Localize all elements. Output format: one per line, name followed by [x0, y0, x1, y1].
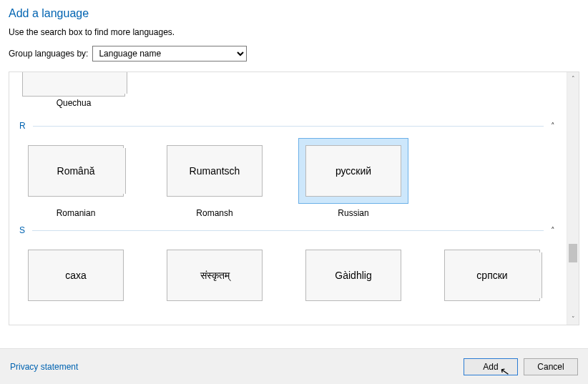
language-tile-scottish-gaelic[interactable]: Gàidhlig: [298, 242, 408, 308]
group-by-select[interactable]: Language name: [92, 46, 247, 61]
collapse-icon[interactable]: ˄: [548, 226, 562, 235]
tile-caption: Romansh: [160, 208, 270, 218]
cancel-button[interactable]: Cancel: [524, 358, 578, 375]
tile-native-label: саха: [28, 250, 124, 301]
group-by-label: Group languages by:: [9, 49, 88, 59]
section-letter: S: [19, 225, 32, 235]
section-letter: R: [19, 121, 33, 131]
scroll-up-icon[interactable]: ˄: [567, 72, 579, 84]
add-button[interactable]: Add: [464, 358, 518, 375]
tile-native-label: Gàidhlig: [305, 250, 401, 301]
page-title: Add a language: [9, 7, 579, 20]
tile-caption: Quechua: [22, 98, 125, 108]
section-header-R: R ˄: [19, 121, 562, 131]
footer: Privacy statement Add Cancel ↖: [0, 348, 588, 384]
tile-native-label: Română: [28, 145, 124, 197]
scrollbar[interactable]: ˄ ˅: [567, 72, 579, 325]
scroll-thumb[interactable]: [569, 244, 577, 262]
tile-native-label: Rumantsch: [167, 145, 263, 197]
language-tile-russian[interactable]: русский Russian: [298, 138, 408, 218]
language-tile-sanskrit[interactable]: संस्कृतम्: [160, 242, 270, 308]
search-hint: Use the search box to find more language…: [9, 27, 579, 37]
tile-caption: Romanian: [21, 208, 131, 218]
language-tile-partial[interactable]: Quechua: [19, 75, 562, 104]
language-tile-serbian[interactable]: српски: [437, 242, 547, 308]
tile-caption: Russian: [298, 208, 408, 218]
language-tile-romansh[interactable]: Rumantsch Romansh: [160, 138, 270, 218]
tile-native-label: српски: [444, 250, 540, 301]
collapse-icon[interactable]: ˄: [548, 122, 562, 131]
tile-native-label: русский: [305, 145, 401, 197]
language-tile-sakha[interactable]: саха: [21, 242, 131, 308]
tile-native-label: संस्कृतम्: [167, 250, 263, 301]
section-header-S: S ˄: [19, 225, 562, 235]
language-tile-romanian[interactable]: Română Romanian: [21, 138, 131, 218]
scroll-down-icon[interactable]: ˅: [567, 312, 579, 325]
privacy-link[interactable]: Privacy statement: [10, 362, 78, 372]
language-list-container: Quechua R ˄ Română Romanian Rumantsch Ro…: [9, 72, 579, 325]
